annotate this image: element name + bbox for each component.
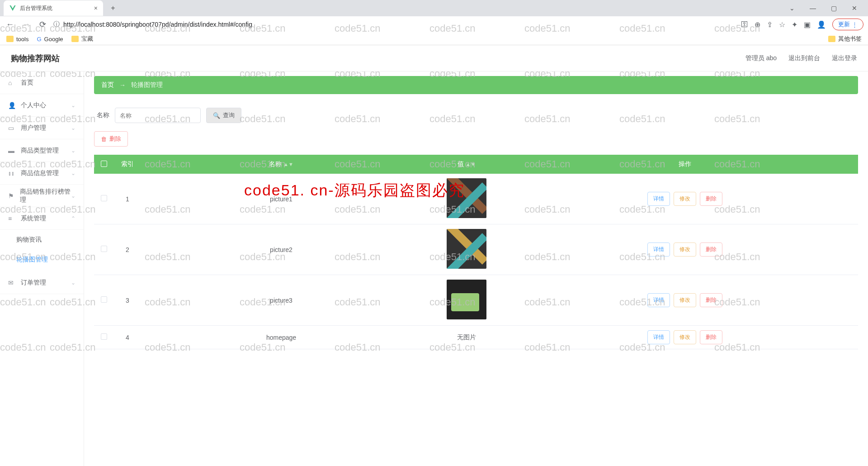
sidebar-item-product-rank[interactable]: ⚑ 商品销售排行榜管理 ⌄	[0, 185, 84, 207]
bulk-delete-button[interactable]: 🗑 删除	[94, 131, 128, 147]
bookmark-tools[interactable]: tools	[6, 36, 28, 43]
detail-button[interactable]: 详情	[647, 192, 670, 206]
window-controls: ⌄ — ▢ ✕	[786, 5, 868, 12]
arrow-right-icon: →	[119, 81, 126, 89]
sort-icon: ▲▼	[283, 162, 293, 167]
cell-index: 4	[114, 326, 141, 349]
cell-value	[421, 275, 512, 326]
breadcrumb-current: 轮播图管理	[131, 81, 163, 89]
chevron-down-icon: ⌄	[71, 280, 75, 286]
row-checkbox[interactable]	[101, 195, 107, 201]
app-title: 购物推荐网站	[11, 53, 60, 64]
cell-name: picture3	[141, 275, 421, 326]
chat-icon: ▭	[8, 124, 16, 132]
main-content: 首页 → 轮播图管理 名称 🔍 查询 🗑 删除	[84, 45, 868, 466]
chevron-down-icon: ⌄	[71, 125, 75, 131]
kebab-icon: ⋮	[852, 21, 858, 28]
edit-button[interactable]: 修改	[674, 330, 696, 344]
flag-icon: ⚑	[8, 192, 15, 200]
detail-button[interactable]: 详情	[647, 293, 670, 307]
name-search-input[interactable]	[115, 108, 201, 123]
sidebar-item-product-type[interactable]: ▬ 商品类型管理 ⌄	[0, 139, 84, 162]
menu-icon: ≡	[8, 215, 16, 222]
checkbox-icon[interactable]	[101, 161, 107, 167]
trash-icon: 🗑	[101, 136, 107, 143]
exit-to-front-link[interactable]: 退出到前台	[788, 54, 820, 62]
search-icon: 🔍	[213, 112, 220, 119]
logout-link[interactable]: 退出登录	[832, 54, 857, 62]
chevron-down-icon[interactable]: ⌄	[786, 5, 798, 12]
folder-icon	[71, 36, 79, 42]
sidebar-sub-news[interactable]: 购物资讯	[0, 230, 84, 250]
th-checkbox[interactable]	[94, 155, 114, 174]
sort-icon: ▲▼	[466, 162, 476, 167]
reload-icon[interactable]: ⟳	[37, 19, 48, 29]
sidebar-item-users[interactable]: ▭ 用户管理 ⌄	[0, 117, 84, 139]
row-checkbox[interactable]	[101, 333, 107, 340]
star-icon[interactable]: ☆	[779, 20, 785, 29]
tab-bar: 后台管理系统 × + ⌄ — ▢ ✕	[0, 0, 868, 16]
detail-button[interactable]: 详情	[647, 243, 670, 257]
chevron-down-icon: ⌄	[71, 147, 75, 154]
cell-index: 3	[114, 275, 141, 326]
sidebar: ⌂ 首页 👤 个人中心 ⌄ ▭ 用户管理 ⌄ ▬ 商品类型管理 ⌄ ⫾⫾ 商品信…	[0, 45, 84, 466]
delete-button[interactable]: 删除	[700, 192, 722, 206]
close-window-icon[interactable]: ✕	[848, 5, 861, 12]
url-field[interactable]: ⓘ http://localhost:8080/springboot707pd/…	[53, 20, 736, 29]
key-icon[interactable]: ⚿	[741, 20, 748, 29]
edit-button[interactable]: 修改	[674, 243, 696, 257]
cell-name: homepage	[141, 326, 421, 349]
vue-favicon-icon	[9, 5, 16, 12]
admin-label[interactable]: 管理员 abo	[745, 54, 777, 62]
delete-button[interactable]: 删除	[700, 243, 722, 257]
breadcrumb-home[interactable]: 首页	[101, 81, 114, 89]
cell-value	[421, 224, 512, 275]
delete-button[interactable]: 删除	[700, 293, 722, 307]
bookmark-treasure[interactable]: 宝藏	[71, 35, 93, 43]
chevron-down-icon: ⌄	[71, 102, 75, 109]
query-button[interactable]: 🔍 查询	[206, 108, 241, 123]
url-text: http://localhost:8080/springboot707pd/ad…	[63, 21, 252, 28]
sidebar-item-home[interactable]: ⌂ 首页	[0, 71, 84, 94]
th-name[interactable]: 名称 ▲▼	[141, 155, 421, 174]
thumbnail-image	[447, 229, 486, 269]
new-tab-button[interactable]: +	[107, 2, 119, 14]
detail-button[interactable]: 详情	[647, 330, 670, 344]
breadcrumb: 首页 → 轮播图管理	[94, 76, 858, 94]
edit-button[interactable]: 修改	[674, 293, 696, 307]
watermark-overlay: code51. cn-源码乐园盗图必究	[244, 180, 465, 201]
maximize-icon[interactable]: ▢	[827, 5, 840, 12]
browser-tab[interactable]: 后台管理系统 ×	[4, 0, 103, 16]
chart-icon: ⫾⫾	[8, 170, 16, 177]
row-checkbox[interactable]	[101, 246, 107, 252]
update-button[interactable]: 更新 ⋮	[832, 19, 863, 30]
search-row: 名称 🔍 查询	[94, 108, 858, 123]
share-icon[interactable]: ⇪	[767, 20, 773, 29]
row-checkbox[interactable]	[101, 296, 107, 303]
chevron-up-icon: ⌃	[71, 215, 75, 222]
sidebar-item-product-info[interactable]: ⫾⫾ 商品信息管理 ⌄	[0, 162, 84, 185]
sidebar-item-personal[interactable]: 👤 个人中心 ⌄	[0, 94, 84, 117]
extension-icon[interactable]: ✦	[792, 20, 797, 29]
forward-icon[interactable]: →	[21, 20, 32, 29]
back-icon[interactable]: ←	[5, 20, 15, 29]
bookmark-google[interactable]: GGoogle	[37, 36, 63, 43]
browser-chrome: 后台管理系统 × + ⌄ — ▢ ✕ ← → ⟳ ⓘ http://localh…	[0, 0, 868, 45]
address-bar: ← → ⟳ ⓘ http://localhost:8080/springboot…	[0, 16, 868, 33]
edit-button[interactable]: 修改	[674, 192, 696, 206]
sidebar-item-system[interactable]: ≡ 系统管理 ⌃	[0, 207, 84, 230]
user-icon: 👤	[8, 102, 16, 109]
profile-icon[interactable]: 👤	[817, 20, 826, 29]
minimize-icon[interactable]: —	[807, 5, 819, 12]
chevron-down-icon: ⌄	[71, 170, 75, 176]
th-value[interactable]: 值 ▲▼	[421, 155, 512, 174]
bookmark-other[interactable]: 其他书签	[828, 35, 862, 43]
delete-button[interactable]: 删除	[700, 330, 722, 344]
cell-name: picture2	[141, 224, 421, 275]
tab-close-icon[interactable]: ×	[94, 5, 98, 12]
data-table: 索引 名称 ▲▼ 值 ▲▼ 操作 1 picture1 详情 修改	[94, 155, 858, 349]
panel-icon[interactable]: ▣	[804, 20, 811, 29]
sidebar-sub-carousel[interactable]: 轮播图管理	[0, 250, 84, 270]
sidebar-item-order[interactable]: ✉ 订单管理 ⌄	[0, 271, 84, 294]
zoom-icon[interactable]: ⊕	[755, 20, 760, 29]
